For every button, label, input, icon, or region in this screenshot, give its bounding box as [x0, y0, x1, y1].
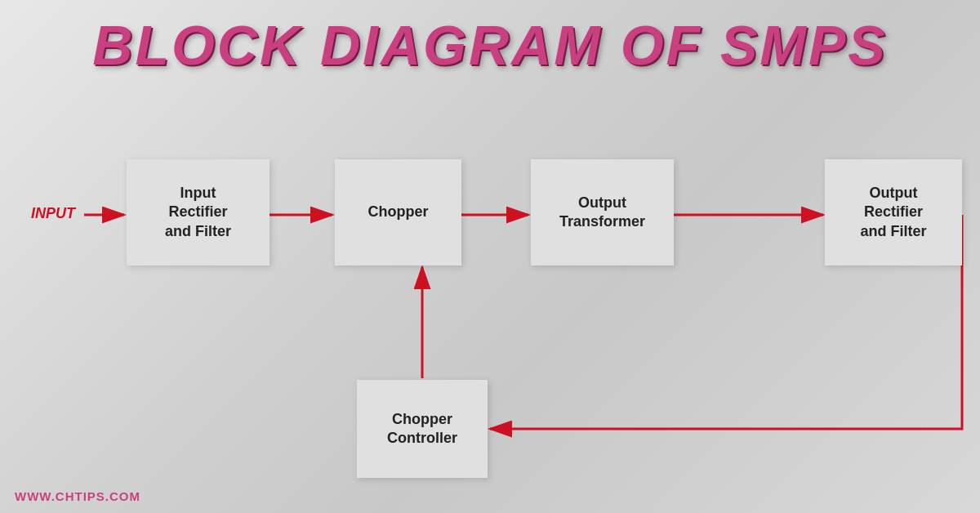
page-title: BLOCK DIAGRAM OF SMPS: [0, 0, 980, 76]
block-output-rectifier: OutputRectifierand Filter: [825, 159, 962, 265]
diagram-area: INPUT InputRectifierand Filter Chopper O…: [0, 127, 980, 513]
block-chopper-controller: ChopperController: [357, 380, 488, 478]
watermark: WWW.CHTIPS.COM: [15, 489, 140, 503]
svg-text:INPUT: INPUT: [31, 205, 77, 221]
block-input-rectifier: InputRectifierand Filter: [127, 159, 270, 265]
block-chopper: Chopper: [335, 159, 461, 265]
block-output-transformer: OutputTransformer: [531, 159, 674, 265]
